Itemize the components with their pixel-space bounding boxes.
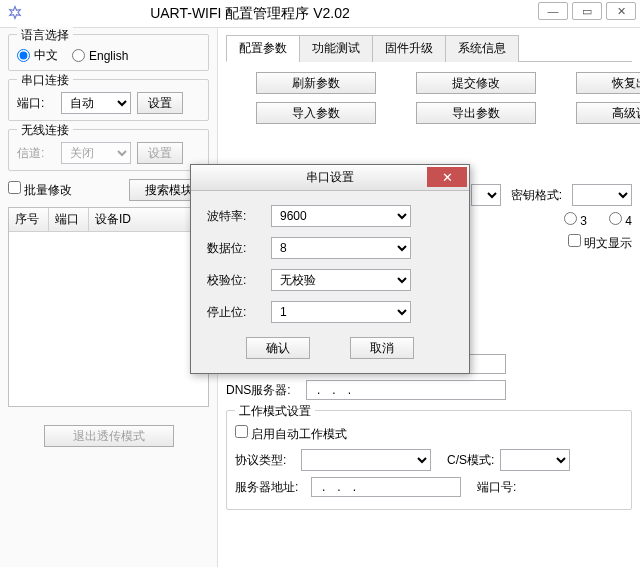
stopbits-select[interactable]: 1	[271, 301, 411, 323]
parity-select[interactable]: 无校验	[271, 269, 411, 291]
exit-passthrough-button: 退出透传模式	[44, 425, 174, 447]
port-select[interactable]: 自动	[61, 92, 131, 114]
tab-upgrade[interactable]: 固件升级	[372, 35, 446, 62]
protocol-label: 协议类型:	[235, 452, 295, 469]
dns-label: DNS服务器:	[226, 382, 300, 399]
databits-select[interactable]: 8	[271, 237, 411, 259]
parity-label: 校验位:	[207, 272, 271, 289]
keyfmt-label: 密钥格式:	[511, 187, 562, 204]
auto-workmode-checkbox[interactable]: 启用自动工作模式	[235, 425, 347, 443]
submit-button[interactable]: 提交修改	[416, 72, 536, 94]
hidden-select[interactable]	[471, 184, 501, 206]
batch-checkbox[interactable]: 批量修改	[8, 181, 72, 199]
col-port: 端口	[49, 208, 89, 231]
opt3-radio[interactable]: 3	[564, 212, 587, 228]
databits-label: 数据位:	[207, 240, 271, 257]
language-group: 语言选择 中文 English	[8, 34, 209, 71]
port-settings-button[interactable]: 设置	[137, 92, 183, 114]
restore-button[interactable]: 恢复出厂	[576, 72, 640, 94]
minimize-button[interactable]: ―	[538, 2, 568, 20]
serial-settings-dialog: 串口设置 ✕ 波特率: 9600 数据位: 8 校验位: 无校验 停止位: 1 …	[190, 164, 470, 374]
dialog-cancel-button[interactable]: 取消	[350, 337, 414, 359]
dns-input[interactable]: ...	[306, 380, 506, 400]
channel-select: 关闭	[61, 142, 131, 164]
dialog-ok-button[interactable]: 确认	[246, 337, 310, 359]
workmode-group: 工作模式设置 启用自动工作模式 协议类型: C/S模式: 服务器地址: ... …	[226, 410, 632, 510]
maximize-button[interactable]: ▭	[572, 2, 602, 20]
port2-label: 端口号:	[477, 479, 516, 496]
cs-label: C/S模式:	[447, 452, 494, 469]
plaintext-checkbox[interactable]: 明文显示	[568, 234, 632, 252]
tab-test[interactable]: 功能测试	[299, 35, 373, 62]
import-button[interactable]: 导入参数	[256, 102, 376, 124]
baud-select[interactable]: 9600	[271, 205, 411, 227]
port-label: 端口:	[17, 95, 55, 112]
lang-en-radio[interactable]: English	[72, 49, 128, 63]
tabs: 配置参数 功能测试 固件升级 系统信息	[226, 34, 632, 62]
serial-group: 串口连接 端口: 自动 设置	[8, 79, 209, 121]
titlebar: UART-WIFI 配置管理程序 V2.02 ― ▭ ✕	[0, 0, 640, 28]
advanced-button[interactable]: 高级设置	[576, 102, 640, 124]
lang-zh-radio[interactable]: 中文	[17, 47, 58, 64]
tab-config[interactable]: 配置参数	[226, 35, 300, 62]
channel-label: 信道:	[17, 145, 55, 162]
dialog-close-button[interactable]: ✕	[427, 167, 467, 187]
refresh-button[interactable]: 刷新参数	[256, 72, 376, 94]
keyfmt-select[interactable]	[572, 184, 632, 206]
baud-label: 波特率:	[207, 208, 271, 225]
stopbits-label: 停止位:	[207, 304, 271, 321]
close-button[interactable]: ✕	[606, 2, 636, 20]
cs-select[interactable]	[500, 449, 570, 471]
wifi-group: 无线连接 信道: 关闭 设置	[8, 129, 209, 171]
col-index: 序号	[9, 208, 49, 231]
left-panel: 语言选择 中文 English 串口连接 端口: 自动 设置 无线连接 信道: …	[0, 28, 218, 567]
server-label: 服务器地址:	[235, 479, 305, 496]
protocol-select[interactable]	[301, 449, 431, 471]
server-input[interactable]: ...	[311, 477, 461, 497]
wifi-settings-button: 设置	[137, 142, 183, 164]
tab-sysinfo[interactable]: 系统信息	[445, 35, 519, 62]
opt4-radio[interactable]: 4	[609, 212, 632, 228]
device-table: 序号 端口 设备ID	[8, 207, 209, 407]
export-button[interactable]: 导出参数	[416, 102, 536, 124]
app-title: UART-WIFI 配置管理程序 V2.02	[0, 5, 500, 23]
